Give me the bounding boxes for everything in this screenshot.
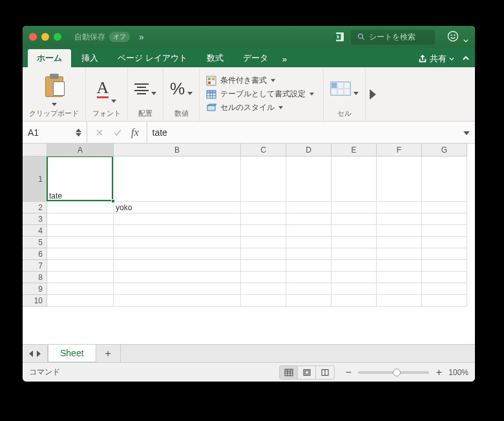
cell[interactable] bbox=[377, 237, 422, 248]
cell[interactable] bbox=[47, 272, 114, 283]
select-all-corner[interactable] bbox=[23, 144, 47, 157]
cell[interactable] bbox=[331, 157, 377, 202]
number-format-button[interactable]: % bbox=[170, 79, 193, 99]
cell[interactable] bbox=[331, 213, 377, 225]
cell[interactable] bbox=[331, 225, 377, 237]
alignment-button[interactable] bbox=[134, 83, 156, 94]
cell[interactable] bbox=[47, 202, 114, 213]
qat-overflow-button[interactable]: » bbox=[139, 32, 144, 42]
expand-formula-bar-button[interactable] bbox=[458, 127, 475, 137]
cell[interactable] bbox=[114, 260, 241, 272]
row-header[interactable]: 1 bbox=[23, 157, 47, 202]
cell[interactable] bbox=[286, 295, 331, 307]
font-button[interactable]: A bbox=[97, 80, 117, 98]
column-header[interactable]: C bbox=[241, 144, 286, 157]
cell[interactable] bbox=[377, 213, 422, 225]
paste-button[interactable] bbox=[45, 76, 63, 102]
tabs-overflow-button[interactable]: » bbox=[278, 51, 291, 67]
row-header[interactable]: 6 bbox=[23, 248, 47, 260]
feedback-button[interactable] bbox=[446, 30, 468, 45]
cell[interactable] bbox=[47, 213, 114, 225]
row-header[interactable]: 9 bbox=[23, 283, 47, 295]
cell[interactable] bbox=[422, 295, 467, 307]
fill-handle[interactable] bbox=[111, 199, 115, 203]
add-sheet-button[interactable]: + bbox=[96, 345, 121, 362]
tab-page-layout[interactable]: ページ レイアウト bbox=[109, 49, 196, 67]
format-as-table-button[interactable]: テーブルとして書式設定 bbox=[206, 89, 314, 100]
cell[interactable] bbox=[47, 295, 114, 307]
close-window-button[interactable] bbox=[29, 33, 37, 41]
cell[interactable] bbox=[286, 202, 331, 213]
cell[interactable] bbox=[331, 248, 377, 260]
sheet-nav-next[interactable] bbox=[36, 351, 42, 357]
cell[interactable] bbox=[241, 295, 286, 307]
cell[interactable] bbox=[47, 248, 114, 260]
collapse-ribbon-button[interactable] bbox=[462, 54, 470, 64]
name-box[interactable]: A1 bbox=[23, 122, 87, 143]
cell[interactable] bbox=[422, 248, 467, 260]
row-header[interactable]: 3 bbox=[23, 213, 47, 225]
cell[interactable] bbox=[47, 237, 114, 248]
cell[interactable] bbox=[377, 272, 422, 283]
cell[interactable] bbox=[331, 260, 377, 272]
column-header[interactable]: D bbox=[286, 144, 331, 157]
cell[interactable] bbox=[422, 272, 467, 283]
cell[interactable] bbox=[331, 283, 377, 295]
fx-label[interactable]: fx bbox=[131, 127, 139, 138]
cell[interactable] bbox=[286, 272, 331, 283]
column-header[interactable]: F bbox=[377, 144, 422, 157]
column-header[interactable]: B bbox=[114, 144, 241, 157]
cell[interactable] bbox=[241, 272, 286, 283]
zoom-out-button[interactable]: − bbox=[344, 367, 353, 378]
row-header[interactable]: 8 bbox=[23, 272, 47, 283]
share-button[interactable]: 共有 bbox=[413, 50, 459, 67]
cells-area[interactable]: tateyoko bbox=[47, 157, 475, 344]
cell[interactable] bbox=[114, 213, 241, 225]
cell[interactable] bbox=[241, 237, 286, 248]
cell[interactable] bbox=[377, 260, 422, 272]
cell[interactable] bbox=[241, 213, 286, 225]
cells-button[interactable] bbox=[330, 81, 359, 96]
cell[interactable] bbox=[241, 283, 286, 295]
cell[interactable] bbox=[286, 157, 331, 202]
cell[interactable] bbox=[241, 157, 286, 202]
conditional-formatting-button[interactable]: 条件付き書式 bbox=[206, 75, 275, 86]
cell[interactable] bbox=[377, 295, 422, 307]
cell[interactable] bbox=[422, 237, 467, 248]
cell[interactable] bbox=[114, 237, 241, 248]
cell-styles-button[interactable]: セルのスタイル bbox=[206, 102, 283, 113]
cell[interactable] bbox=[422, 202, 467, 213]
column-header[interactable]: G bbox=[422, 144, 467, 157]
cell[interactable] bbox=[47, 283, 114, 295]
cell[interactable] bbox=[114, 248, 241, 260]
zoom-slider[interactable] bbox=[358, 371, 429, 374]
cell[interactable] bbox=[377, 225, 422, 237]
cell[interactable] bbox=[241, 260, 286, 272]
formula-input[interactable]: tate bbox=[147, 122, 458, 143]
view-normal-button[interactable] bbox=[280, 366, 298, 379]
cell[interactable] bbox=[377, 157, 422, 202]
zoom-thumb[interactable] bbox=[393, 369, 401, 376]
zoom-value[interactable]: 100% bbox=[448, 368, 468, 377]
cell[interactable] bbox=[114, 295, 241, 307]
cell[interactable] bbox=[241, 202, 286, 213]
cell[interactable] bbox=[114, 272, 241, 283]
row-header[interactable]: 2 bbox=[23, 202, 47, 213]
column-header[interactable]: E bbox=[331, 144, 377, 157]
cell[interactable] bbox=[241, 248, 286, 260]
row-header[interactable]: 10 bbox=[23, 295, 47, 307]
column-header[interactable]: A bbox=[47, 144, 114, 157]
tab-formulas[interactable]: 数式 bbox=[198, 49, 233, 67]
cell[interactable] bbox=[114, 225, 241, 237]
cancel-formula-button[interactable] bbox=[95, 128, 104, 137]
cell[interactable] bbox=[377, 248, 422, 260]
cell[interactable] bbox=[114, 157, 241, 202]
cell[interactable] bbox=[286, 248, 331, 260]
cell[interactable]: yoko bbox=[114, 202, 241, 213]
row-header[interactable]: 7 bbox=[23, 260, 47, 272]
cell[interactable] bbox=[286, 237, 331, 248]
cell[interactable] bbox=[286, 225, 331, 237]
accept-formula-button[interactable] bbox=[113, 128, 122, 137]
cell[interactable] bbox=[286, 213, 331, 225]
cell[interactable] bbox=[422, 283, 467, 295]
